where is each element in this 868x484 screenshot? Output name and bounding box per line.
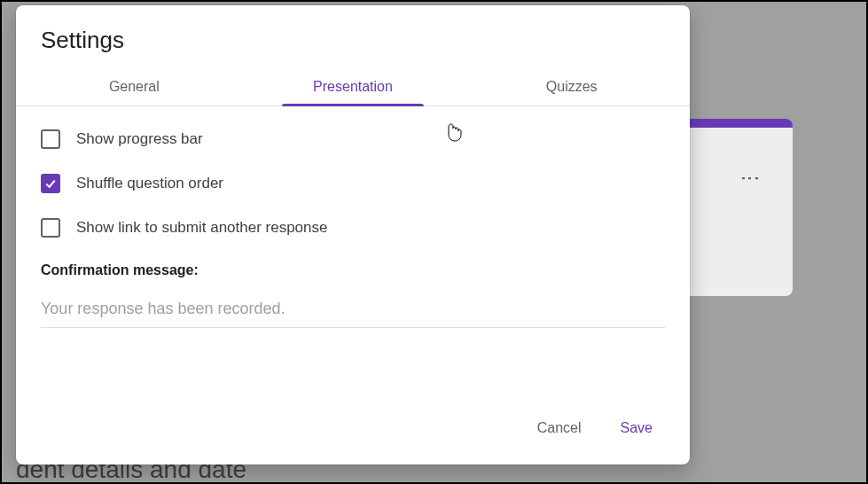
more-vert-icon: ⋮ [739,168,762,186]
option-show-progress-bar[interactable]: Show progress bar [41,129,665,149]
settings-dialog: Settings General Presentation Quizzes Sh… [16,5,690,464]
option-show-submit-link[interactable]: Show link to submit another response [41,218,665,238]
save-button[interactable]: Save [612,413,661,443]
dialog-actions: Cancel Save [16,397,690,464]
option-label: Show progress bar [76,130,203,148]
option-label: Shuffle question order [76,175,223,192]
confirmation-section-label: Confirmation message: [41,262,665,278]
tabs-bar: General Presentation Quizzes [16,68,690,106]
checkbox-unchecked-icon [41,129,60,149]
dialog-content: Show progress bar Shuffle question order… [16,106,690,397]
cancel-button[interactable]: Cancel [528,413,590,443]
checkbox-unchecked-icon [41,218,60,238]
option-shuffle-question-order[interactable]: Shuffle question order [41,174,665,193]
confirmation-message-input[interactable] [41,294,665,328]
checkbox-checked-icon [41,174,60,193]
option-label: Show link to submit another response [76,219,328,237]
tab-presentation[interactable]: Presentation [244,68,463,105]
tab-quizzes[interactable]: Quizzes [462,68,681,105]
dialog-title: Settings [16,5,690,68]
tab-general[interactable]: General [25,68,244,105]
